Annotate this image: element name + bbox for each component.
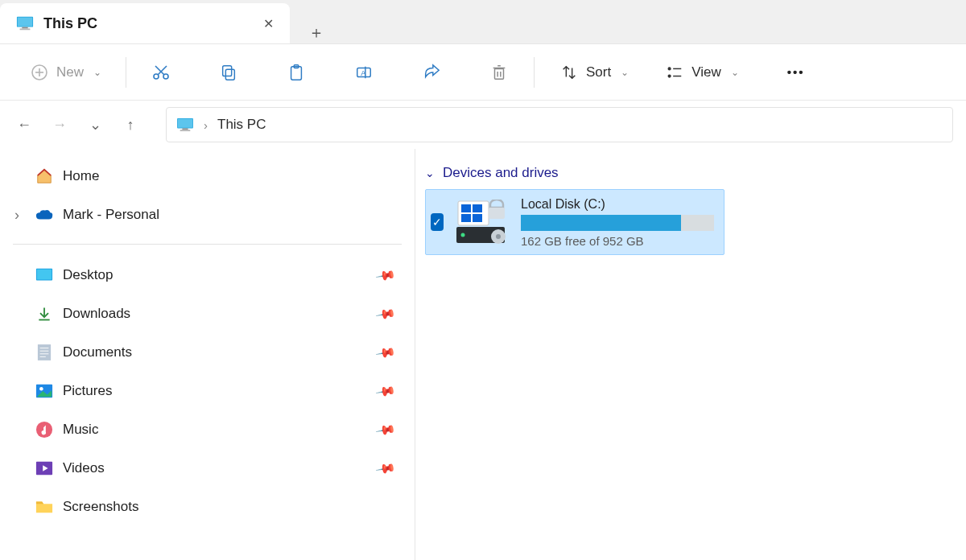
drive-icon <box>455 200 510 245</box>
folder-icon <box>35 498 53 516</box>
drive-free-text: 162 GB free of 952 GB <box>521 234 714 248</box>
chevron-down-icon: ⌄ <box>425 167 435 179</box>
ellipsis-icon: ••• <box>786 62 807 83</box>
rename-icon: A <box>353 62 374 83</box>
svg-rect-11 <box>225 69 234 80</box>
cut-button[interactable] <box>141 57 181 88</box>
svg-rect-50 <box>461 214 471 222</box>
svg-rect-1 <box>18 18 32 27</box>
checkbox-checked-icon[interactable]: ✓ <box>431 213 444 231</box>
sidebar-item-videos[interactable]: Videos 📌 <box>0 449 415 488</box>
sort-icon <box>559 62 580 83</box>
chevron-down-icon: ⌄ <box>731 67 739 78</box>
view-button[interactable]: View ⌄ <box>654 57 749 88</box>
address-bar[interactable]: › This PC <box>166 107 953 142</box>
sidebar-item-label: Documents <box>63 344 132 360</box>
pin-icon: 📌 <box>374 264 396 286</box>
sidebar-item-music[interactable]: Music 📌 <box>0 410 415 449</box>
pin-icon: 📌 <box>374 380 396 401</box>
sidebar-item-label: Videos <box>63 460 105 476</box>
monitor-icon <box>176 117 194 132</box>
paste-button[interactable] <box>276 57 316 88</box>
forward-button[interactable]: → <box>43 110 76 139</box>
monitor-icon <box>16 16 34 31</box>
chevron-right-icon: › <box>204 118 208 132</box>
sidebar-item-label: Desktop <box>63 267 113 283</box>
sidebar-item-pictures[interactable]: Pictures 📌 <box>0 372 415 410</box>
svg-rect-2 <box>22 27 27 29</box>
svg-rect-12 <box>223 65 232 76</box>
sidebar-item-label: Pictures <box>63 383 112 399</box>
pin-icon: 📌 <box>374 303 396 324</box>
svg-rect-51 <box>473 214 482 222</box>
svg-rect-48 <box>461 204 471 212</box>
new-tab-button[interactable]: ＋ <box>303 22 330 43</box>
sort-label: Sort <box>586 64 611 80</box>
pin-icon: 📌 <box>374 418 396 440</box>
copy-button[interactable] <box>208 57 249 88</box>
chevron-down-icon: ⌄ <box>93 67 101 78</box>
sidebar-item-downloads[interactable]: Downloads 📌 <box>0 294 415 333</box>
sidebar-item-label: Downloads <box>63 306 130 322</box>
sidebar-item-onedrive[interactable]: Mark - Personal <box>0 196 415 234</box>
new-label: New <box>56 64 84 80</box>
main-panel: ⌄ Devices and drives ✓ Local Disk (C:) <box>415 149 966 560</box>
breadcrumb-location[interactable]: This PC <box>217 117 266 133</box>
trash-icon <box>489 62 510 83</box>
share-button[interactable] <box>411 57 452 88</box>
drive-usage-bar <box>521 215 714 231</box>
sidebar-item-home[interactable]: Home <box>0 157 415 196</box>
cloud-icon <box>35 206 53 224</box>
pictures-icon <box>35 382 53 400</box>
more-button[interactable]: ••• <box>776 57 816 88</box>
back-button[interactable]: ← <box>8 110 40 139</box>
sidebar: Home Mark - Personal Desktop 📌 Downloads… <box>0 149 415 560</box>
svg-rect-49 <box>473 204 482 212</box>
copy-icon <box>218 62 239 83</box>
drive-local-disk-c[interactable]: ✓ Local Disk (C:) 162 GB fre <box>425 189 724 255</box>
svg-point-26 <box>668 75 671 77</box>
svg-point-25 <box>668 68 671 70</box>
drive-usage-fill <box>521 215 681 231</box>
videos-icon <box>35 459 53 477</box>
sidebar-item-label: Mark - Personal <box>63 207 159 223</box>
toolbar: New ⌄ A Sort ⌄ <box>0 44 966 101</box>
tab-this-pc[interactable]: This PC ✕ <box>0 3 290 43</box>
sidebar-item-label: Screenshots <box>63 499 139 515</box>
rename-button[interactable]: A <box>344 57 384 88</box>
svg-rect-31 <box>182 129 188 130</box>
drive-name: Local Disk (C:) <box>521 197 714 212</box>
svg-rect-3 <box>20 28 31 30</box>
tab-title: This PC <box>43 15 97 32</box>
sidebar-item-label: Music <box>63 422 98 438</box>
view-label: View <box>691 64 721 80</box>
up-button[interactable]: ↑ <box>114 110 147 139</box>
home-icon <box>35 167 53 185</box>
group-devices-drives[interactable]: ⌄ Devices and drives <box>425 162 966 189</box>
drive-info: Local Disk (C:) 162 GB free of 952 GB <box>521 197 714 248</box>
download-icon <box>35 305 53 323</box>
paste-icon <box>286 62 307 83</box>
separator <box>126 57 126 88</box>
svg-rect-32 <box>180 130 191 131</box>
svg-rect-52 <box>489 208 505 219</box>
close-icon[interactable]: ✕ <box>263 16 274 31</box>
group-title: Devices and drives <box>443 165 559 181</box>
plus-circle-icon <box>29 62 50 83</box>
svg-rect-18 <box>495 68 504 79</box>
view-icon <box>664 62 685 83</box>
sidebar-item-documents[interactable]: Documents 📌 <box>0 333 415 372</box>
separator <box>13 244 402 245</box>
new-button[interactable]: New ⌄ <box>19 57 111 88</box>
sidebar-item-desktop[interactable]: Desktop 📌 <box>0 256 415 294</box>
recent-button[interactable]: ⌄ <box>79 110 111 139</box>
chevron-down-icon: ⌄ <box>621 67 629 78</box>
sort-button[interactable]: Sort ⌄ <box>549 57 638 88</box>
nav-row: ← → ⌄ ↑ › This PC <box>0 101 966 149</box>
svg-rect-34 <box>37 270 52 280</box>
svg-rect-37 <box>38 344 51 360</box>
desktop-icon <box>35 266 53 284</box>
share-icon <box>421 62 442 83</box>
sidebar-item-screenshots[interactable]: Screenshots <box>0 488 415 526</box>
delete-button[interactable] <box>479 57 519 88</box>
